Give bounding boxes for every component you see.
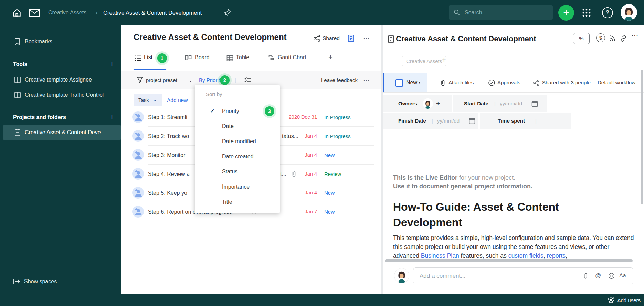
help-icon[interactable]: ? [602, 7, 613, 18]
apps-grid-icon[interactable] [582, 8, 591, 18]
sidebar-item-bookmarks[interactable]: Bookmarks [0, 35, 121, 49]
editor-intro-bold: This is the Live Editor [393, 174, 457, 181]
breadcrumb-current[interactable]: Creative Asset & Content Development [103, 0, 202, 25]
user-avatar[interactable] [621, 4, 637, 21]
permalink-icon[interactable] [620, 35, 627, 42]
task-date[interactable]: Jan 4 [305, 146, 317, 165]
finish-date-field[interactable]: Finish Date | yy/mm/dd [383, 113, 478, 129]
leave-feedback-link[interactable]: Leave feedback [321, 71, 358, 89]
mention-icon[interactable]: @ [595, 268, 601, 284]
pin-icon[interactable] [224, 8, 232, 17]
menu-item-date-modified[interactable]: Date modified [195, 134, 280, 149]
progress-percent-button[interactable]: % [573, 33, 590, 44]
status-new-button[interactable]: New ▾ [383, 73, 427, 92]
calendar-icon[interactable] [469, 117, 475, 124]
menu-item-title[interactable]: Title [195, 194, 280, 210]
tab-list[interactable]: List [144, 54, 152, 61]
vertical-scrollbar[interactable] [641, 70, 643, 204]
tab-table[interactable]: Table [236, 54, 249, 61]
shared-label[interactable]: Shared [323, 25, 340, 51]
follow-feed-icon[interactable] [609, 34, 616, 42]
paperclip-icon[interactable] [583, 272, 588, 279]
task-status[interactable]: New [324, 183, 335, 202]
create-new-button[interactable]: + [558, 5, 574, 21]
workflow-button[interactable]: Default workflow [598, 73, 635, 92]
assignee-add-icon[interactable] [132, 130, 144, 142]
add-view-button[interactable]: + [328, 53, 333, 62]
panel-more-icon[interactable]: ⋯ [631, 32, 639, 40]
menu-item-importance[interactable]: Importance [195, 179, 280, 194]
filter-preset-button[interactable]: project preset [146, 71, 177, 89]
bookmark-icon [14, 38, 21, 45]
task-date[interactable]: Jan 4 [305, 165, 317, 183]
editor-heading[interactable]: How-To Guide: Asset & Content Developmen… [393, 199, 617, 230]
emoji-icon[interactable] [608, 273, 615, 279]
comment-input[interactable] [419, 268, 572, 284]
approvals-button[interactable]: Approvals [497, 73, 520, 92]
horizontal-scrollbar[interactable] [385, 259, 633, 262]
time-spent-field[interactable]: Time spent | [480, 113, 571, 129]
assignee-add-icon[interactable] [132, 206, 144, 218]
task-type-button[interactable]: Task ⌄ [134, 94, 162, 106]
menu-item-date[interactable]: Date [195, 119, 280, 134]
add-owner-button[interactable]: + [436, 95, 440, 112]
task-date[interactable]: Jan 7 [305, 202, 317, 221]
search-input[interactable] [464, 5, 548, 20]
home-icon[interactable] [12, 8, 21, 17]
assignee-add-icon[interactable] [132, 111, 144, 123]
tab-board[interactable]: Board [195, 54, 210, 61]
sidebar-item-label: Bookmarks [25, 35, 52, 49]
notebook-icon[interactable] [348, 34, 355, 42]
tab-gantt-chart[interactable]: Gantt Chart [278, 54, 306, 61]
show-spaces-button[interactable]: Show spaces [0, 275, 121, 288]
budget-icon[interactable]: $ [596, 33, 605, 42]
menu-item-status[interactable]: Status [195, 164, 280, 179]
task-date[interactable]: Jan 4 [305, 127, 317, 146]
share-icon[interactable] [313, 34, 321, 42]
attach-files-button[interactable]: Attach files [448, 73, 474, 92]
shared-with-button[interactable]: Shared with 3 people [542, 73, 591, 92]
assignee-add-icon[interactable] [132, 168, 144, 180]
link-business-plan[interactable]: Business Plan [421, 252, 459, 259]
breadcrumb-parent[interactable]: Creative Assets [48, 0, 86, 25]
task-status[interactable]: Review [324, 165, 341, 183]
assignee-add-icon[interactable] [132, 187, 144, 199]
add-tool-button[interactable]: + [107, 60, 116, 69]
toolbar-more-icon[interactable]: ⋯ [363, 71, 370, 89]
link-reports[interactable]: reports [547, 252, 566, 259]
calendar-icon[interactable] [531, 100, 538, 107]
status-checkbox[interactable] [395, 79, 403, 87]
add-tag-button[interactable]: + [442, 56, 446, 64]
filter-icon [137, 77, 143, 83]
editor-intro[interactable]: This is the Live Editor for your new pro… [393, 173, 532, 191]
task-status[interactable]: New [324, 146, 335, 165]
add-project-button[interactable]: + [107, 113, 116, 122]
more-options-icon[interactable]: ⋯ [363, 25, 370, 51]
start-date-field[interactable]: Start Date | yy/mm/dd [453, 95, 547, 112]
assignee-add-icon[interactable] [132, 149, 144, 161]
owners-field[interactable]: Owners | + [383, 95, 452, 112]
menu-item-priority[interactable]: ✓ Priority 3 [195, 104, 280, 119]
task-status[interactable]: In Progress [324, 127, 351, 146]
inbox-icon[interactable] [29, 9, 40, 17]
sidebar-item-creative-asset-project-selected[interactable]: Creative Asset & Content Deve... [3, 125, 121, 140]
sidebar-item-creative-template-traffic-control[interactable]: Creative template Traffic Control [0, 88, 121, 102]
editor-paragraph[interactable]: This template provides a simple, high-le… [393, 233, 637, 260]
task-date[interactable]: 2020 Dec 31 [289, 108, 317, 127]
link-custom-fields[interactable]: custom fields [508, 252, 543, 259]
add-users-label: Add users [617, 297, 641, 303]
add-new-task-link[interactable]: Add new [167, 94, 188, 106]
sidebar: Bookmarks Tools + Creative template Assi… [0, 25, 121, 294]
owner-avatar[interactable] [423, 98, 433, 109]
add-users-button[interactable]: Add users [607, 294, 641, 306]
task-status[interactable]: New [324, 202, 335, 221]
format-text-icon[interactable]: Aa [619, 268, 626, 284]
task-date[interactable]: Jan 4 [305, 183, 317, 202]
menu-item-date-created[interactable]: Date created [195, 149, 280, 164]
parent-folder-tag[interactable]: Creative Assets [402, 56, 446, 66]
task-status[interactable]: In Progress [324, 108, 351, 127]
sidebar-item-creative-template-assignee[interactable]: Creative template Assignee [0, 73, 121, 87]
caret-down-icon: ▾ [419, 73, 420, 92]
customize-fields-icon[interactable] [244, 77, 251, 83]
chevron-down-icon: ⌄ [189, 71, 192, 89]
